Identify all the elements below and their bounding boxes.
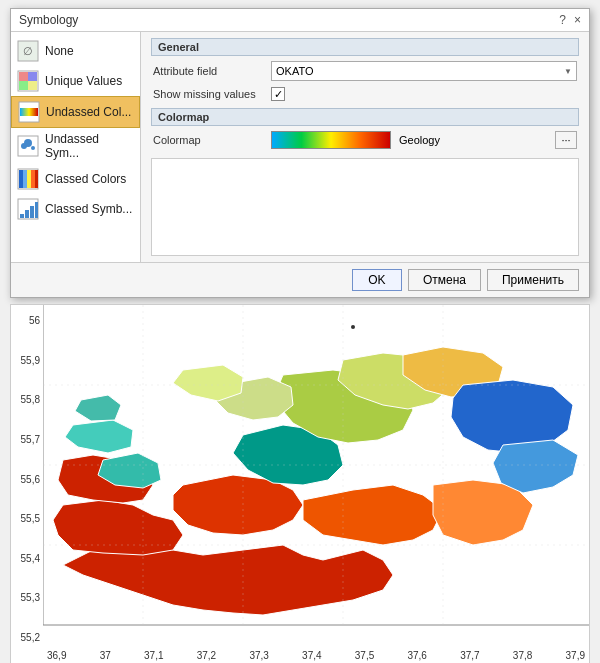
y-label-2: 55,8 xyxy=(11,394,43,405)
dialog-title: Symbology xyxy=(19,13,78,27)
sidebar-item-unclassed-colors[interactable]: Undassed Col... xyxy=(11,96,140,128)
svg-rect-4 xyxy=(28,72,37,81)
x-label-5: 37,4 xyxy=(302,650,321,661)
sidebar-item-unclassed-symbols[interactable]: Undassed Sym... xyxy=(11,128,140,164)
svg-rect-15 xyxy=(23,170,27,188)
attribute-field-select[interactable]: OKATO ▼ xyxy=(271,61,577,81)
x-label-4: 37,3 xyxy=(249,650,268,661)
colormap-name: Geology xyxy=(399,134,547,146)
symbology-list: ∅ None Unique Values xyxy=(11,32,141,262)
colormap-bar[interactable] xyxy=(271,131,391,149)
sidebar-item-unique-values[interactable]: Unique Values xyxy=(11,66,140,96)
x-label-7: 37,6 xyxy=(407,650,426,661)
x-label-9: 37,8 xyxy=(513,650,532,661)
sidebar-item-unclassed-symbols-label: Undassed Sym... xyxy=(45,132,134,160)
unique-values-icon xyxy=(17,70,39,92)
x-label-8: 37,7 xyxy=(460,650,479,661)
show-missing-checkbox[interactable]: ✓ xyxy=(271,87,285,101)
y-label-5: 55,5 xyxy=(11,513,43,524)
y-label-7: 55,3 xyxy=(11,592,43,603)
sidebar-item-unique-label: Unique Values xyxy=(45,74,122,88)
colormap-section-header: Colormap xyxy=(151,108,579,126)
sidebar-item-classed-colors[interactable]: Classed Colors xyxy=(11,164,140,194)
dialog-titlebar: Symbology ? × xyxy=(11,9,589,32)
map-xaxis: 36,9 37 37,1 37,2 37,3 37,4 37,5 37,6 37… xyxy=(43,650,589,661)
settings-panel: General Attribute field OKATO ▼ Show mis… xyxy=(141,32,589,262)
svg-point-11 xyxy=(24,139,32,147)
y-label-1: 55,9 xyxy=(11,355,43,366)
sidebar-item-none-label: None xyxy=(45,44,74,58)
apply-button[interactable]: Применить xyxy=(487,269,579,291)
ok-button[interactable]: OK xyxy=(352,269,402,291)
help-icon[interactable]: ? xyxy=(559,13,566,27)
map-svg xyxy=(43,305,590,645)
sidebar-item-classed-symbols-label: Classed Symb... xyxy=(45,202,132,216)
dialog-body: ∅ None Unique Values xyxy=(11,32,589,262)
x-label-3: 37,2 xyxy=(197,650,216,661)
show-missing-label: Show missing values xyxy=(153,88,263,100)
show-missing-row: Show missing values ✓ xyxy=(151,84,579,104)
svg-rect-23 xyxy=(35,202,38,218)
close-icon[interactable]: × xyxy=(574,13,581,27)
y-label-3: 55,7 xyxy=(11,434,43,445)
svg-rect-8 xyxy=(20,108,38,116)
symbology-dialog: Symbology ? × ∅ None xyxy=(10,8,590,298)
colormap-more-button[interactable]: ··· xyxy=(555,131,577,149)
sidebar-item-none[interactable]: ∅ None xyxy=(11,36,140,66)
empty-settings-panel xyxy=(151,158,579,256)
cancel-button[interactable]: Отмена xyxy=(408,269,481,291)
y-label-0: 56 xyxy=(11,315,43,326)
x-label-1: 37 xyxy=(100,650,111,661)
sidebar-item-classed-symbols[interactable]: Classed Symb... xyxy=(11,194,140,224)
colormap-row: Colormap Geology ··· xyxy=(151,128,579,152)
y-label-4: 55,6 xyxy=(11,474,43,485)
svg-rect-3 xyxy=(19,72,28,81)
sidebar-item-unclassed-colors-label: Undassed Col... xyxy=(46,105,131,119)
map-yaxis: 56 55,9 55,8 55,7 55,6 55,5 55,4 55,3 55… xyxy=(11,305,43,663)
svg-point-12 xyxy=(31,146,35,150)
y-label-6: 55,4 xyxy=(11,553,43,564)
svg-rect-21 xyxy=(25,210,29,218)
classed-symbols-icon xyxy=(17,198,39,220)
svg-rect-6 xyxy=(28,81,37,90)
sidebar-item-classed-colors-label: Classed Colors xyxy=(45,172,126,186)
attribute-field-row: Attribute field OKATO ▼ xyxy=(151,58,579,84)
x-label-2: 37,1 xyxy=(144,650,163,661)
colormap-label: Colormap xyxy=(153,134,263,146)
dialog-title-icons: ? × xyxy=(559,13,581,27)
x-label-6: 37,5 xyxy=(355,650,374,661)
unclassed-symbols-icon xyxy=(17,135,39,157)
svg-rect-14 xyxy=(19,170,23,188)
svg-rect-20 xyxy=(20,214,24,218)
svg-rect-5 xyxy=(19,81,28,90)
svg-rect-16 xyxy=(27,170,31,188)
classed-colors-icon xyxy=(17,168,39,190)
x-label-0: 36,9 xyxy=(47,650,66,661)
svg-point-34 xyxy=(351,325,355,329)
attribute-field-value: OKATO xyxy=(276,65,314,77)
svg-text:∅: ∅ xyxy=(23,45,33,57)
x-label-10: 37,9 xyxy=(566,650,585,661)
unclassed-colors-icon xyxy=(18,101,40,123)
svg-rect-17 xyxy=(31,170,35,188)
svg-rect-18 xyxy=(35,170,38,188)
svg-rect-22 xyxy=(30,206,34,218)
attribute-field-label: Attribute field xyxy=(153,65,263,77)
map-area: 56 55,9 55,8 55,7 55,6 55,5 55,4 55,3 55… xyxy=(10,304,590,663)
attribute-field-arrow: ▼ xyxy=(564,67,572,76)
y-label-8: 55,2 xyxy=(11,632,43,643)
dialog-footer: OK Отмена Применить xyxy=(11,262,589,297)
general-section-header: General xyxy=(151,38,579,56)
none-icon: ∅ xyxy=(17,40,39,62)
